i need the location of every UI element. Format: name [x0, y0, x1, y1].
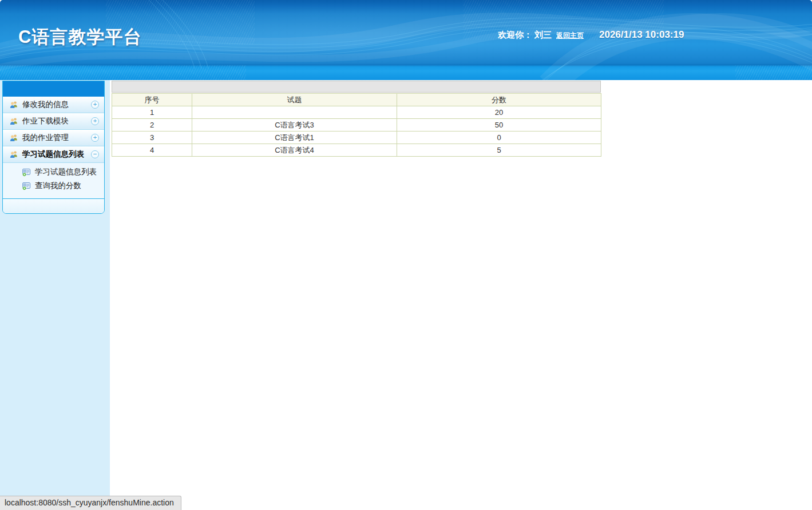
- users-icon: [9, 133, 18, 142]
- users-icon: [9, 150, 18, 159]
- cell-no: 1: [112, 106, 192, 119]
- table-row: 1 20: [112, 106, 601, 119]
- sidebar-item-label: 我的作业管理: [22, 133, 69, 143]
- cell-score: 5: [397, 144, 601, 157]
- sidebar-item-label: 作业下载模块: [22, 116, 69, 126]
- table-row: 4 C语言考试4 5: [112, 144, 601, 157]
- sidebar-subitem-label: 查询我的分数: [35, 181, 81, 191]
- sidebar: 修改我的信息 + 作业下载模块 + 我的作业管理 +: [2, 81, 105, 214]
- username: 刘三: [534, 30, 552, 41]
- table-row: 3 C语言考试1 0: [112, 132, 601, 144]
- main-content: 序号 试题 分数 1 20 2 C语言考试3 50 3 C语言考试1 0: [112, 81, 601, 157]
- column-header-no: 序号: [112, 94, 192, 106]
- sidebar-subitem-label: 学习试题信息列表: [35, 167, 97, 177]
- welcome-label: 欢迎你：: [498, 30, 532, 41]
- datetime-display: 2026/1/13 10:03:19: [599, 29, 684, 41]
- return-home-link[interactable]: 返回主页: [556, 31, 584, 41]
- cell-score: 20: [397, 106, 601, 119]
- column-header-score: 分数: [397, 94, 601, 106]
- cell-exam: C语言考试1: [192, 132, 397, 144]
- sidebar-subitem-study-exam-list[interactable]: 学习试题信息列表: [3, 165, 104, 179]
- sidebar-item-homework-download[interactable]: 作业下载模块 +: [3, 113, 104, 130]
- header-user-info: 欢迎你： 刘三 返回主页: [498, 30, 584, 41]
- cell-score: 50: [397, 119, 601, 132]
- sidebar-item-label: 学习试题信息列表: [22, 149, 84, 160]
- id-card-add-icon: [22, 181, 31, 190]
- users-icon: [9, 117, 18, 126]
- sidebar-footer: [3, 198, 104, 213]
- cell-no: 3: [112, 132, 192, 144]
- cell-exam: C语言考试4: [192, 144, 397, 157]
- page-title: C语言教学平台: [18, 25, 141, 49]
- expand-plus-icon[interactable]: +: [91, 134, 99, 142]
- status-bar: localhost:8080/ssh_cyuyanjx/fenshuMine.a…: [0, 496, 181, 510]
- sidebar-header-bar: [3, 81, 104, 97]
- collapse-minus-icon[interactable]: −: [91, 150, 99, 158]
- cell-exam: [192, 106, 397, 119]
- cell-no: 4: [112, 144, 192, 157]
- expand-plus-icon[interactable]: +: [91, 101, 99, 109]
- app-header: C语言教学平台 欢迎你： 刘三 返回主页 2026/1/13 10:03:19: [0, 0, 812, 80]
- users-icon: [9, 100, 18, 109]
- table-header-row: 序号 试题 分数: [112, 94, 601, 106]
- sidebar-item-study-exam-list[interactable]: 学习试题信息列表 −: [3, 146, 104, 163]
- expand-plus-icon[interactable]: +: [91, 117, 99, 125]
- cell-no: 2: [112, 119, 192, 132]
- cell-exam: C语言考试3: [192, 119, 397, 132]
- id-card-add-icon: [22, 168, 31, 177]
- table-caption-bar: [112, 81, 601, 93]
- sidebar-submenu: 学习试题信息列表 查询我的分数: [3, 163, 104, 198]
- scores-table: 序号 试题 分数 1 20 2 C语言考试3 50 3 C语言考试1 0: [112, 93, 601, 157]
- table-row: 2 C语言考试3 50: [112, 119, 601, 132]
- status-bar-url: localhost:8080/ssh_cyuyanjx/fenshuMine.a…: [5, 498, 174, 507]
- sidebar-item-label: 修改我的信息: [22, 99, 69, 110]
- sidebar-subitem-query-my-scores[interactable]: 查询我的分数: [3, 179, 104, 193]
- cell-score: 0: [397, 132, 601, 144]
- left-column-background: 修改我的信息 + 作业下载模块 + 我的作业管理 +: [0, 80, 110, 510]
- sidebar-item-modify-my-info[interactable]: 修改我的信息 +: [3, 97, 104, 113]
- column-header-exam: 试题: [192, 94, 397, 106]
- sidebar-item-my-homework-management[interactable]: 我的作业管理 +: [3, 130, 104, 146]
